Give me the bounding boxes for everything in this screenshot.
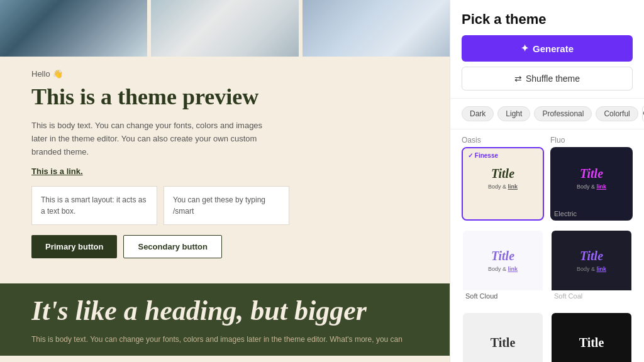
photo-strip bbox=[0, 0, 450, 57]
big-body: This is body text. You can change your f… bbox=[31, 334, 418, 346]
theme-preview-softcoal: Title Body & link bbox=[552, 231, 631, 290]
filter-row: Dark Light Professional Colorful bbox=[450, 99, 644, 129]
filter-professional[interactable]: Professional bbox=[534, 106, 592, 121]
section-label-oasis: Oasis bbox=[462, 136, 544, 145]
softcoal-body: Body & link bbox=[577, 266, 606, 272]
big-heading: It's like a heading, but bigger bbox=[31, 296, 418, 326]
finesse-body: Body & link bbox=[488, 184, 518, 190]
filter-light[interactable]: Light bbox=[497, 106, 530, 121]
electric-body: Body & link bbox=[577, 184, 606, 190]
smart-box-2: You can get these by typing /smart bbox=[164, 186, 289, 225]
themes-row-2: Title Body & link Soft Cloud Title Body … bbox=[462, 229, 633, 303]
hello-text: Hello bbox=[31, 69, 50, 79]
theme-preview-softcloud: Title Body & link bbox=[463, 231, 543, 290]
primary-button[interactable]: Primary button bbox=[31, 235, 117, 258]
preview-body: This is body text. You can change your f… bbox=[31, 119, 270, 158]
generate-label: Generate bbox=[533, 43, 574, 54]
preview-heading: This is a theme preview bbox=[31, 84, 418, 111]
softcloud-body: Body & link bbox=[488, 266, 518, 272]
section-label-fluo: Fluo bbox=[550, 136, 633, 145]
themes-scroll[interactable]: Oasis Fluo Title Body & link ✓ Finesse T… bbox=[450, 129, 644, 362]
bottom2-title: Title bbox=[579, 336, 604, 350]
softcoal-title: Title bbox=[580, 249, 603, 263]
themes-row-1: Title Body & link ✓ Finesse Title Body &… bbox=[462, 147, 633, 221]
softcloud-label: Soft Cloud bbox=[463, 290, 543, 302]
theme-picker-panel: Pick a theme ✦ Generate ⇄ Shuffle theme … bbox=[450, 0, 644, 362]
photo-sparkle bbox=[303, 0, 450, 57]
preview-link[interactable]: This is a link. bbox=[31, 167, 418, 176]
shuffle-label: Shuffle theme bbox=[526, 74, 580, 84]
softcloud-title: Title bbox=[491, 249, 514, 263]
theme-card-finesse[interactable]: Title Body & link ✓ Finesse bbox=[462, 147, 544, 221]
smart-boxes: This is a smart layout: it acts as a tex… bbox=[31, 186, 418, 225]
bottom1-title: Title bbox=[491, 336, 516, 350]
electric-title: Title bbox=[580, 167, 603, 181]
panel-header: Pick a theme ✦ Generate ⇄ Shuffle theme bbox=[450, 0, 644, 99]
theme-card-electric[interactable]: Title Body & link Electric bbox=[550, 147, 633, 221]
theme-preview-bottom2: Title bbox=[552, 313, 631, 362]
themes-row-3: Title Title bbox=[462, 312, 633, 362]
theme-card-bottom1[interactable]: Title bbox=[462, 312, 544, 362]
preview-content: Hello 👋 This is a theme preview This is … bbox=[0, 57, 450, 283]
theme-card-bottom2[interactable]: Title bbox=[550, 312, 633, 362]
secondary-button[interactable]: Secondary button bbox=[123, 235, 222, 258]
theme-preview-electric: Title Body & link bbox=[552, 148, 631, 208]
big-heading-area: It's like a heading, but bigger This is … bbox=[0, 283, 450, 356]
electric-label: Electric bbox=[552, 208, 631, 219]
selected-check: ✓ Finesse bbox=[468, 152, 498, 159]
photo-hooded bbox=[151, 0, 298, 57]
generate-button[interactable]: ✦ Generate bbox=[462, 35, 633, 62]
shuffle-button[interactable]: ⇄ Shuffle theme bbox=[462, 67, 633, 90]
theme-preview-bottom1: Title bbox=[463, 313, 543, 362]
hello-emoji: 👋 bbox=[53, 69, 63, 79]
hello-line: Hello 👋 bbox=[31, 69, 418, 79]
generate-icon: ✦ bbox=[521, 43, 529, 54]
filter-colorful[interactable]: Colorful bbox=[596, 106, 638, 121]
preview-panel: Hello 👋 This is a theme preview This is … bbox=[0, 0, 450, 362]
themes-wrapper: Oasis Fluo Title Body & link ✓ Finesse T… bbox=[450, 129, 644, 362]
filter-dark[interactable]: Dark bbox=[462, 106, 494, 121]
finesse-title: Title bbox=[491, 167, 514, 181]
photo-mountain bbox=[0, 0, 147, 57]
button-row: Primary button Secondary button bbox=[31, 235, 418, 258]
theme-card-softcloud[interactable]: Title Body & link Soft Cloud bbox=[462, 229, 544, 303]
theme-card-softcoal[interactable]: Title Body & link Soft Coal bbox=[550, 229, 633, 303]
panel-title: Pick a theme bbox=[462, 11, 633, 28]
softcoal-label: Soft Coal bbox=[552, 290, 631, 302]
shuffle-icon: ⇄ bbox=[514, 74, 522, 84]
smart-box-1: This is a smart layout: it acts as a tex… bbox=[31, 186, 157, 225]
